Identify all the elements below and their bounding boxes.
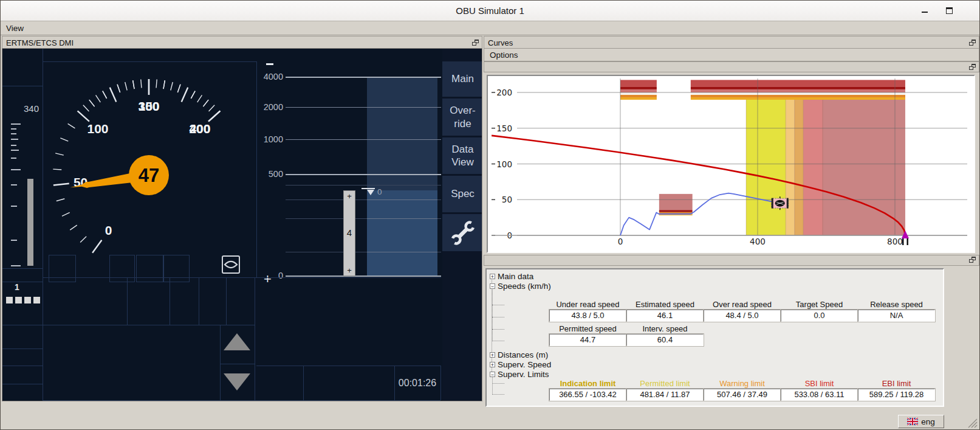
menu-options[interactable]: Options xyxy=(484,49,524,61)
uk-flag-icon xyxy=(907,418,918,425)
dmi-sidebar: Main Over-ride Data View Spec xyxy=(442,49,482,401)
plan-scale-4000: 4000 xyxy=(256,72,283,81)
menu-bar: View xyxy=(1,22,979,35)
dmi-panel-header[interactable]: ERTMS/ETCS DMI xyxy=(2,36,482,49)
speeds-header-row: Under read speed Estimated speed Over re… xyxy=(549,300,935,309)
data-pane-header[interactable] xyxy=(484,255,979,266)
current-speed-value: 47 xyxy=(139,165,159,186)
minimize-button[interactable] xyxy=(920,5,931,16)
maximize-button[interactable] xyxy=(944,5,955,16)
permitted-limit-header: Permitted limit xyxy=(626,379,704,388)
y-tick-label: 150 xyxy=(496,123,512,133)
minimize-icon xyxy=(922,12,928,13)
train-position-marker[interactable] xyxy=(772,196,789,210)
under-read-speed-value: 43.8 / 5.0 xyxy=(549,310,626,322)
dial-label: 100 xyxy=(87,122,109,136)
dmi-panel-title: ERTMS/ETCS DMI xyxy=(6,38,74,47)
speeds-value-row: 43.8 / 5.0 46.1 48.4 / 5.0 0.0 N/A xyxy=(549,310,935,322)
limits-value-row: 366.55 / -103.42 481.84 / 11.87 507.46 /… xyxy=(549,389,935,401)
override-button[interactable]: Over-ride xyxy=(442,99,482,136)
planning-zoom-in-button[interactable]: + xyxy=(264,271,272,287)
float-pane-icon[interactable] xyxy=(472,40,479,46)
clock-display: 00:01:26 xyxy=(394,366,440,400)
scroll-down-button[interactable] xyxy=(224,373,250,390)
indication-limit-value: 366.55 / -103.42 xyxy=(549,389,626,401)
limits-header-row: Indication limit Permitted limit Warning… xyxy=(549,379,935,388)
dmi-display: 340 1 05010015020030040047 4000 2000 100… xyxy=(2,48,482,401)
dmi-cell xyxy=(163,255,190,282)
warning-limit-header: Warning limit xyxy=(704,379,781,388)
data-view-button[interactable]: Data View xyxy=(442,137,482,174)
title-bar[interactable]: OBU Simulator 1 xyxy=(1,1,979,21)
x-tick-label: 400 xyxy=(750,237,766,246)
float-pane-icon[interactable] xyxy=(969,64,976,70)
spec-button[interactable]: Spec xyxy=(442,176,482,212)
restriction-block xyxy=(659,194,693,215)
planning-speed-profile-upper xyxy=(367,77,437,190)
collapse-icon[interactable]: − xyxy=(490,372,495,377)
window-title: OBU Simulator 1 xyxy=(1,5,979,16)
target-distance-bar xyxy=(362,188,375,189)
dmi-cell xyxy=(49,255,76,282)
estimated-speed-value: 46.1 xyxy=(626,310,704,322)
dial-label: 300 xyxy=(138,99,159,113)
resize-grip[interactable] xyxy=(966,417,978,428)
language-label: eng xyxy=(921,417,935,426)
obu-simulator-window: OBU Simulator 1 View ERTMS/ETCS DMI 340 … xyxy=(0,0,980,430)
permitted-limit-value: 481.84 / 11.87 xyxy=(626,389,704,401)
scroll-up-button[interactable] xyxy=(224,333,250,350)
sbi-limit-value: 533.08 / 63.11 xyxy=(781,389,858,401)
x-tick-label: 800 xyxy=(887,237,903,246)
brightness-button[interactable] xyxy=(222,255,240,274)
dmi-panel: ERTMS/ETCS DMI 340 1 0501001502003004004… xyxy=(2,36,482,402)
dmi-cell xyxy=(136,255,163,282)
chart-region: 0501001502000400800 xyxy=(484,73,979,255)
plan-scale-500: 500 xyxy=(256,169,283,179)
float-pane-icon[interactable] xyxy=(969,40,976,46)
target-speed-value: 0.0 xyxy=(781,310,858,322)
ebi-limit-header: EBI limit xyxy=(858,379,935,388)
expand-icon[interactable]: + xyxy=(490,352,495,358)
collapse-icon[interactable]: − xyxy=(490,283,495,289)
menu-view[interactable]: View xyxy=(1,22,29,35)
tree-item-speeds[interactable]: −Speeds (km/h) xyxy=(490,282,551,291)
tree-item-superv-limits[interactable]: −Superv. Limits xyxy=(490,370,549,379)
gradient-sign-top: + xyxy=(344,192,355,201)
curves-panel: Curves Options 0501001502000400800 xyxy=(484,36,979,411)
data-tree: +Main data −Speeds (km/h) Under read spe… xyxy=(485,268,944,407)
wrench-icon xyxy=(450,220,476,246)
expand-icon[interactable]: + xyxy=(490,274,495,279)
dial-label: 400 xyxy=(189,122,210,136)
language-button[interactable]: eng xyxy=(898,415,944,428)
target-speed-value: 0 xyxy=(377,187,382,196)
speeds2-value-row: 44.7 60.4 xyxy=(549,334,704,346)
warning-limit-value: 507.46 / 37.49 xyxy=(704,389,781,401)
planning-zoom-out-button[interactable] xyxy=(266,63,273,65)
gradient-profile[interactable]: + 4 + xyxy=(343,190,355,276)
data-tree-region: +Main data −Speeds (km/h) Under read spe… xyxy=(484,266,979,411)
ebi-limit-value: 589.25 / 119.28 xyxy=(858,389,935,401)
maximize-icon xyxy=(946,7,953,14)
curves-panel-header[interactable]: Curves xyxy=(484,36,979,49)
chart-frame: 0501001502000400800 xyxy=(487,75,975,253)
curves-menu-bar: Options xyxy=(484,49,979,61)
tree-item-main-data[interactable]: +Main data xyxy=(490,272,533,281)
speeds2-header-row: Permitted speed Interv. speed xyxy=(549,324,704,333)
sbi-limit-header: SBI limit xyxy=(781,379,858,388)
tree-item-superv-speed[interactable]: +Superv. Speed xyxy=(490,360,551,369)
over-read-speed-value: 48.4 / 5.0 xyxy=(704,310,781,322)
gradient-sign-bottom: + xyxy=(344,266,355,275)
chart-pane-header[interactable] xyxy=(484,61,979,72)
float-pane-icon[interactable] xyxy=(969,257,976,263)
main-button[interactable]: Main xyxy=(442,61,482,97)
dmi-cell xyxy=(109,255,135,282)
release-speed-value: N/A xyxy=(858,310,935,322)
planning-speed-profile xyxy=(367,190,437,276)
interv-speed-value: 60.4 xyxy=(626,334,704,346)
permitted-speed-value: 44.7 xyxy=(549,334,626,346)
plan-scale-2000: 2000 xyxy=(256,102,283,112)
tree-item-distances[interactable]: +Distances (m) xyxy=(490,350,548,359)
plan-scale-1000: 1000 xyxy=(256,134,283,144)
expand-icon[interactable]: + xyxy=(490,362,495,367)
settings-button[interactable] xyxy=(442,214,482,251)
